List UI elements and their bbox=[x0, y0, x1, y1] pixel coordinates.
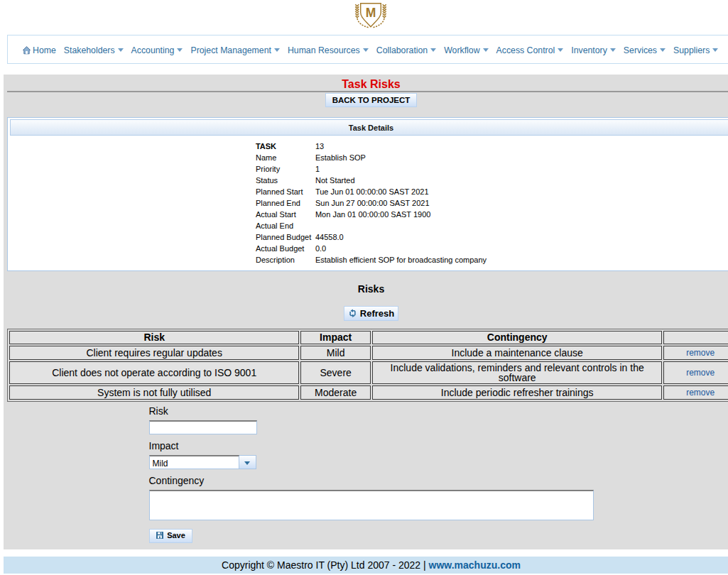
svg-text:M: M bbox=[365, 6, 376, 20]
